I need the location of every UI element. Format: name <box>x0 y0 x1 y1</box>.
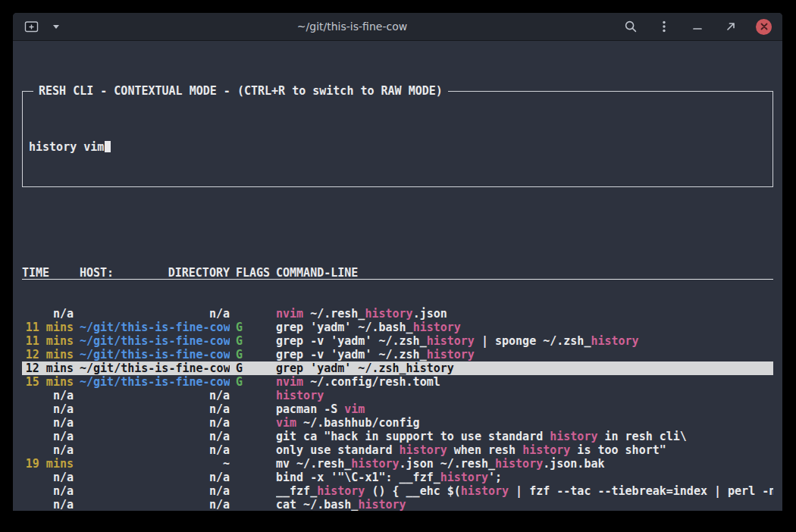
row-time: n/a <box>22 484 74 498</box>
header-command: COMMAND-LINE <box>276 266 773 280</box>
titlebar-right-controls <box>590 18 772 35</box>
row-command: only use standard history when resh hist… <box>276 443 773 457</box>
history-row[interactable]: n/an/avim ~/.bashhub/config <box>22 416 773 430</box>
row-time: 15 mins <box>22 375 74 389</box>
row-command: history <box>276 389 773 402</box>
row-command: nvim ~/.config/resh.toml <box>276 375 773 389</box>
history-row[interactable]: 12 mins~/git/this-is-fine-cowGgrep -v 'y… <box>22 348 773 361</box>
row-command: mv ~/.resh_history.json ~/.resh_history.… <box>276 457 773 471</box>
row-host-directory: ~ <box>80 457 230 471</box>
row-time: n/a <box>22 498 74 511</box>
row-time: 11 mins <box>22 321 74 334</box>
minimize-button[interactable] <box>689 18 706 35</box>
close-button[interactable] <box>756 19 772 35</box>
history-row[interactable]: n/an/apacman -S vim <box>22 402 773 416</box>
row-host-directory: n/a <box>80 430 230 443</box>
history-table: TIME HOST:DIRECTORY FLAGS COMMAND-LINE n… <box>22 239 773 511</box>
row-time: n/a <box>22 389 74 402</box>
header-flags: FLAGS <box>236 266 270 280</box>
header-time: TIME <box>22 266 74 280</box>
row-time: n/a <box>22 430 74 443</box>
history-row[interactable]: n/an/abind -x '"\C-x1": __fzf_history'; <box>22 471 773 484</box>
history-rows: n/an/anvim ~/.resh_history.json11 mins~/… <box>22 307 773 511</box>
history-row[interactable]: n/an/agit ca "hack in support to use sta… <box>22 430 773 443</box>
row-command: grep 'yadm' ~/.bash_history <box>276 321 773 334</box>
search-input[interactable]: history vim <box>29 140 766 154</box>
restore-button[interactable] <box>722 18 739 35</box>
row-command: git ca "hack in support to use standard … <box>276 430 773 443</box>
header-host-directory: HOST:DIRECTORY <box>80 266 230 280</box>
kebab-menu-icon[interactable] <box>656 18 672 35</box>
titlebar: ~/git/this-is-fine-cow <box>13 13 782 41</box>
titlebar-left-controls <box>24 18 114 35</box>
history-row[interactable]: 11 mins~/git/this-is-fine-cowGgrep 'yadm… <box>22 321 773 334</box>
row-time: 12 mins <box>22 361 74 375</box>
add-terminal-icon[interactable] <box>24 18 40 35</box>
row-time: n/a <box>22 307 74 321</box>
chevron-down-icon[interactable] <box>48 18 64 35</box>
row-command: pacman -S vim <box>276 402 773 416</box>
row-host-directory: n/a <box>80 416 230 430</box>
row-command: __fzf_history () { __ehc $(history | fzf… <box>276 484 773 498</box>
row-time: n/a <box>22 471 74 484</box>
row-host-directory: n/a <box>80 484 230 498</box>
row-time: 11 mins <box>22 334 74 348</box>
history-row[interactable]: n/an/a__fzf_history () { __ehc $(history… <box>22 484 773 498</box>
mode-banner: RESH CLI - CONTEXTUAL MODE - (CTRL+R to … <box>33 84 448 98</box>
row-host-directory: n/a <box>80 402 230 416</box>
row-command: bind -x '"\C-x1": __fzf_history'; <box>276 471 773 484</box>
row-host-directory: ~/git/this-is-fine-cow <box>80 375 230 389</box>
history-row[interactable]: n/an/ahistory <box>22 389 773 402</box>
history-row[interactable]: 15 mins~/git/this-is-fine-cowGnvim ~/.co… <box>22 375 773 389</box>
row-host-directory: n/a <box>80 389 230 402</box>
history-row[interactable]: 11 mins~/git/this-is-fine-cowGgrep -v 'y… <box>22 334 773 348</box>
desktop-background: ~/git/this-is-fine-cow <box>0 0 796 532</box>
row-time: n/a <box>22 402 74 416</box>
row-command: nvim ~/.resh_history.json <box>276 307 773 321</box>
row-host-directory: n/a <box>80 471 230 484</box>
row-command: cat ~/.bash_history <box>276 498 773 511</box>
row-flags: G <box>236 361 270 375</box>
table-header: TIME HOST:DIRECTORY FLAGS COMMAND-LINE <box>22 266 773 280</box>
row-flags: G <box>236 334 270 348</box>
row-time: n/a <box>22 443 74 457</box>
row-host-directory: n/a <box>80 307 230 321</box>
row-command: vim ~/.bashhub/config <box>276 416 773 430</box>
row-host-directory: ~/git/this-is-fine-cow <box>80 348 230 361</box>
row-time: n/a <box>22 416 74 430</box>
row-time: 19 mins <box>22 457 74 471</box>
row-host-directory: ~/git/this-is-fine-cow <box>80 361 230 375</box>
terminal-content: RESH CLI - CONTEXTUAL MODE - (CTRL+R to … <box>13 41 782 511</box>
history-row[interactable]: n/an/acat ~/.bash_history <box>22 498 773 511</box>
history-row[interactable]: 19 mins~mv ~/.resh_history.json ~/.resh_… <box>22 457 773 471</box>
row-host-directory: ~/git/this-is-fine-cow <box>80 321 230 334</box>
row-command: grep -v 'yadm' ~/.zsh_history <box>276 348 773 361</box>
resh-search-box[interactable]: RESH CLI - CONTEXTUAL MODE - (CTRL+R to … <box>22 91 773 187</box>
row-host-directory: n/a <box>80 498 230 511</box>
row-host-directory: n/a <box>80 443 230 457</box>
row-flags: G <box>236 321 270 334</box>
history-row[interactable]: n/an/aonly use standard history when res… <box>22 443 773 457</box>
history-row[interactable]: n/an/anvim ~/.resh_history.json <box>22 307 773 321</box>
row-flags: G <box>236 375 270 389</box>
text-cursor <box>105 141 111 152</box>
row-command: grep -v 'yadm' ~/.zsh_history | sponge ~… <box>276 334 773 348</box>
terminal-window: ~/git/this-is-fine-cow <box>13 13 782 511</box>
row-time: 12 mins <box>22 348 74 361</box>
row-host-directory: ~/git/this-is-fine-cow <box>80 334 230 348</box>
search-icon[interactable] <box>622 18 639 35</box>
search-query-text: history vim <box>29 140 104 154</box>
row-command: grep 'yadm' ~/.zsh_history <box>276 361 773 375</box>
row-flags: G <box>236 348 270 361</box>
window-title: ~/git/this-is-fine-cow <box>114 20 590 33</box>
history-row[interactable]: 12 mins~/git/this-is-fine-cowGgrep 'yadm… <box>22 361 773 375</box>
